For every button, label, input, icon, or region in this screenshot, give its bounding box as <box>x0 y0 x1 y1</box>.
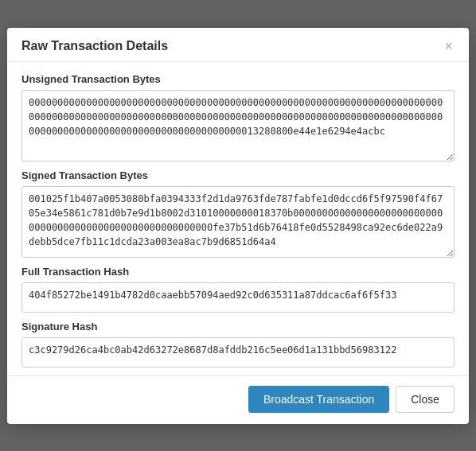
sig-hash-label: Signature Hash <box>21 321 455 332</box>
broadcast-transaction-button[interactable]: Broadcast Transaction <box>248 386 389 413</box>
full-hash-box[interactable]: 404f85272be1491b4782d0caaebb57094aed92c0… <box>21 282 455 313</box>
signed-bytes-box[interactable]: 001025f1b407a0053080bfa0394333f2d1da9763… <box>21 186 455 258</box>
modal-title: Raw Transaction Details <box>21 39 168 53</box>
full-hash-label: Full Transaction Hash <box>21 266 455 278</box>
close-button[interactable]: Close <box>396 386 455 413</box>
modal-dialog: Raw Transaction Details × Unsigned Trans… <box>7 28 469 424</box>
full-hash-value: 404f85272be1491b4782d0caaebb57094aed92c0… <box>29 290 396 301</box>
sig-hash-box[interactable]: c3c9279d26ca4bc0ab42d63272e8687d8afddb21… <box>21 337 455 367</box>
modal-header: Raw Transaction Details × <box>7 28 469 62</box>
unsigned-bytes-box[interactable]: 0000000000000000000000000000000000000000… <box>21 90 455 161</box>
sig-hash-value: c3c9279d26ca4bc0ab42d63272e8687d8afddb21… <box>29 344 396 356</box>
unsigned-bytes-label: Unsigned Transaction Bytes <box>21 73 455 85</box>
signed-bytes-label: Signed Transaction Bytes <box>21 169 455 181</box>
modal-overlay: Raw Transaction Details × Unsigned Trans… <box>0 0 476 451</box>
modal-body: Unsigned Transaction Bytes 0000000000000… <box>7 62 469 375</box>
modal-close-button[interactable]: × <box>443 39 455 53</box>
signed-bytes-value: 001025f1b407a0053080bfa0394333f2d1da9763… <box>29 193 443 247</box>
modal-footer: Broadcast Transaction Close <box>7 375 469 424</box>
unsigned-bytes-value: 0000000000000000000000000000000000000000… <box>29 97 443 137</box>
